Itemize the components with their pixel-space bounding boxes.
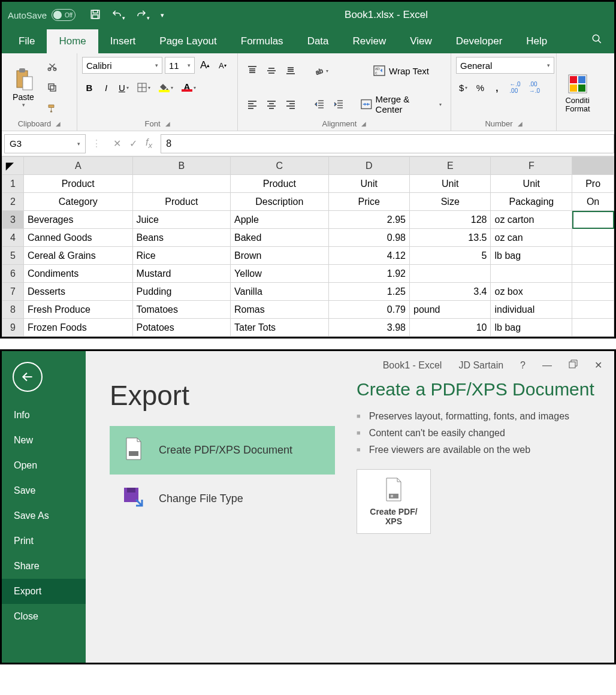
- sidebar-item-save[interactable]: Save: [2, 478, 86, 503]
- increase-decimal-icon[interactable]: ←.0.00: [506, 80, 523, 95]
- insert-function-icon[interactable]: fx: [146, 137, 152, 150]
- create-pdf-xps-button[interactable]: Create PDF/XPS: [357, 469, 431, 534]
- close-icon[interactable]: ✕: [594, 359, 602, 371]
- cell[interactable]: 3.98: [328, 319, 409, 337]
- align-bottom-icon[interactable]: [282, 63, 299, 78]
- sidebar-item-share[interactable]: Share: [2, 554, 86, 579]
- sidebar-item-info[interactable]: Info: [2, 403, 86, 428]
- number-format-combo[interactable]: General▾: [456, 57, 554, 74]
- cell[interactable]: 10: [410, 319, 491, 337]
- export-option[interactable]: Change File Type: [110, 475, 335, 523]
- cell[interactable]: Pro: [572, 175, 614, 193]
- tab-file[interactable]: File: [7, 29, 47, 53]
- decrease-indent-icon[interactable]: [311, 96, 328, 112]
- format-painter-icon[interactable]: [44, 101, 61, 116]
- align-middle-icon[interactable]: [263, 63, 280, 78]
- row-header[interactable]: 5: [2, 247, 24, 265]
- spreadsheet-grid[interactable]: ◤ABCDEF1ProductProductUnitUnitUnitPro2Ca…: [2, 156, 614, 337]
- dialog-launcher-icon[interactable]: ◢: [165, 120, 170, 127]
- sidebar-item-export[interactable]: Export: [2, 579, 86, 604]
- cell[interactable]: Category: [23, 193, 132, 211]
- cell[interactable]: individual: [491, 301, 572, 319]
- cell[interactable]: On: [572, 193, 614, 211]
- cell[interactable]: lb bag: [491, 319, 572, 337]
- cell[interactable]: lb bag: [491, 247, 572, 265]
- cell[interactable]: Apple: [231, 211, 329, 229]
- cell[interactable]: Unit: [410, 175, 491, 193]
- bold-button[interactable]: B: [82, 80, 96, 95]
- cell[interactable]: Mustard: [132, 265, 230, 283]
- tab-insert[interactable]: Insert: [98, 29, 148, 53]
- cell[interactable]: [572, 301, 614, 319]
- cell[interactable]: Potatoes: [132, 319, 230, 337]
- save-icon[interactable]: [90, 9, 101, 22]
- comma-format-icon[interactable]: ,: [490, 80, 504, 95]
- tab-formulas[interactable]: Formulas: [229, 29, 295, 53]
- column-header[interactable]: B: [132, 157, 230, 175]
- cell[interactable]: Product: [23, 175, 132, 193]
- percent-format-icon[interactable]: %: [473, 80, 487, 95]
- tab-page-layout[interactable]: Page Layout: [147, 29, 228, 53]
- cut-icon[interactable]: [44, 59, 61, 74]
- cell[interactable]: [572, 265, 614, 283]
- select-all-corner[interactable]: ◤: [2, 157, 24, 175]
- row-header[interactable]: 1: [2, 175, 24, 193]
- fill-color-button[interactable]: [156, 80, 176, 95]
- cell[interactable]: Price: [328, 193, 409, 211]
- cell[interactable]: Vanilla: [231, 283, 329, 301]
- cell[interactable]: 0.98: [328, 229, 409, 247]
- cell[interactable]: 128: [410, 211, 491, 229]
- decrease-decimal-icon[interactable]: .00→.0: [526, 80, 543, 95]
- row-header[interactable]: 6: [2, 265, 24, 283]
- cell[interactable]: 1.92: [328, 265, 409, 283]
- cell[interactable]: 0.79: [328, 301, 409, 319]
- increase-indent-icon[interactable]: [330, 96, 347, 112]
- cell[interactable]: Brown: [231, 247, 329, 265]
- cell[interactable]: Condiments: [23, 265, 132, 283]
- cancel-formula-icon[interactable]: ✕: [113, 138, 121, 149]
- cell[interactable]: 2.95: [328, 211, 409, 229]
- cell[interactable]: Tomatoes: [132, 301, 230, 319]
- cell[interactable]: 1.25: [328, 283, 409, 301]
- row-header[interactable]: 2: [2, 193, 24, 211]
- column-header[interactable]: F: [491, 157, 572, 175]
- tab-home[interactable]: Home: [47, 29, 98, 53]
- cell[interactable]: [572, 319, 614, 337]
- align-center-icon[interactable]: [263, 96, 280, 112]
- cell[interactable]: Rice: [132, 247, 230, 265]
- cell[interactable]: 5: [410, 247, 491, 265]
- cell[interactable]: 3.4: [410, 283, 491, 301]
- font-color-button[interactable]: A: [179, 80, 199, 95]
- tab-developer[interactable]: Developer: [444, 29, 515, 53]
- cell[interactable]: Fresh Produce: [23, 301, 132, 319]
- cell[interactable]: [491, 265, 572, 283]
- toggle-switch[interactable]: Off: [52, 9, 76, 21]
- increase-font-icon[interactable]: A▴: [197, 58, 213, 73]
- cell[interactable]: [132, 175, 230, 193]
- name-box[interactable]: G3▾: [4, 134, 86, 153]
- row-header[interactable]: 8: [2, 301, 24, 319]
- copy-icon[interactable]: [44, 80, 61, 95]
- cell[interactable]: Cereal & Grains: [23, 247, 132, 265]
- row-header[interactable]: 3: [2, 211, 24, 229]
- cell[interactable]: Description: [231, 193, 329, 211]
- cell[interactable]: Product: [231, 175, 329, 193]
- paste-button[interactable]: Paste ▾: [7, 57, 40, 118]
- conditional-formatting-button[interactable]: ConditiFormat: [561, 57, 594, 127]
- cell[interactable]: Romas: [231, 301, 329, 319]
- cell[interactable]: 4.12: [328, 247, 409, 265]
- minimize-icon[interactable]: —: [542, 360, 552, 371]
- cell[interactable]: oz carton: [491, 211, 572, 229]
- cell[interactable]: Product: [132, 193, 230, 211]
- column-header[interactable]: A: [23, 157, 132, 175]
- export-option[interactable]: Create PDF/XPS Document: [110, 426, 335, 475]
- cell[interactable]: Juice: [132, 211, 230, 229]
- dialog-launcher-icon[interactable]: ◢: [518, 120, 523, 127]
- column-header[interactable]: E: [410, 157, 491, 175]
- borders-button[interactable]: [134, 80, 153, 95]
- cell[interactable]: Unit: [491, 175, 572, 193]
- cell[interactable]: oz can: [491, 229, 572, 247]
- cell[interactable]: 13.5: [410, 229, 491, 247]
- restore-icon[interactable]: [569, 359, 578, 371]
- column-header[interactable]: [572, 157, 614, 175]
